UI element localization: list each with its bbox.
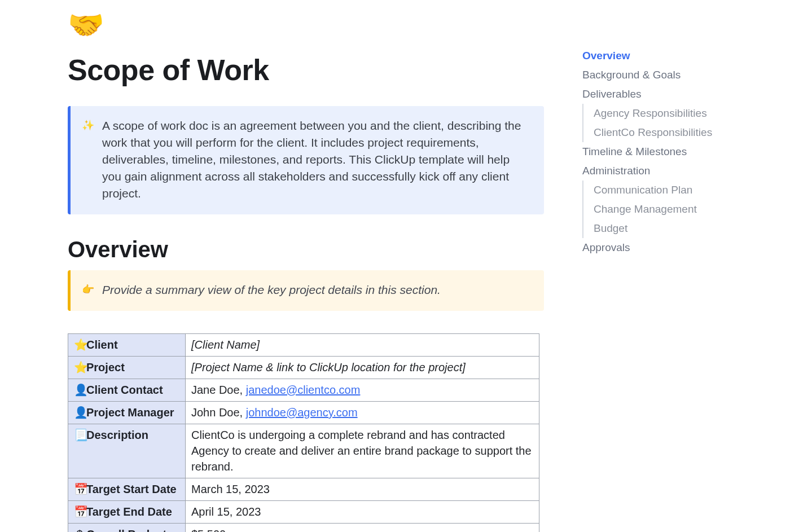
sparkles-icon: ✨ <box>82 117 94 202</box>
meta-value-cell[interactable]: $5,500 <box>186 524 539 533</box>
row-icon: 👤 <box>74 382 85 398</box>
outline-sidebar: OverviewBackground & GoalsDeliverablesAg… <box>576 0 767 532</box>
intro-callout[interactable]: ✨ A scope of work doc is an agreement be… <box>68 106 544 214</box>
email-link[interactable]: johndoe@agency.com <box>246 406 358 419</box>
meta-label-cell: 👤Client Contact <box>68 379 186 402</box>
outline-item[interactable]: Administration <box>582 161 754 181</box>
outline-item[interactable]: Agency Responsibilities <box>582 104 754 123</box>
meta-value-cell[interactable]: [Client Name] <box>186 334 539 357</box>
table-row[interactable]: 👤Client ContactJane Doe, janedoe@clientc… <box>68 379 539 402</box>
outline-item[interactable]: Overview <box>582 46 754 65</box>
overview-hint-callout[interactable]: 👉 Provide a summary view of the key proj… <box>68 270 544 311</box>
point-right-icon: 👉 <box>82 282 94 298</box>
row-icon: $ <box>74 526 85 532</box>
meta-label-cell: 📅Target Start Date <box>68 478 186 501</box>
outline-item[interactable]: Budget <box>582 219 754 238</box>
table-row[interactable]: $Overall Budget$5,500 <box>68 524 539 533</box>
meta-label-cell: 📅Target End Date <box>68 501 186 524</box>
outline-item[interactable]: Timeline & Milestones <box>582 142 754 161</box>
meta-label-cell: ⭐Project <box>68 357 186 379</box>
row-icon: ⭐ <box>74 359 85 375</box>
row-icon: 📅 <box>74 504 85 520</box>
intro-callout-text: A scope of work doc is an agreement betw… <box>102 117 530 202</box>
table-row[interactable]: ⭐Client[Client Name] <box>68 334 539 357</box>
meta-value-cell[interactable]: March 15, 2023 <box>186 478 539 501</box>
overview-meta-tbody: ⭐Client[Client Name]⭐Project[Project Nam… <box>68 334 539 533</box>
table-row[interactable]: 👤Project ManagerJohn Doe, johndoe@agency… <box>68 402 539 424</box>
outline-item[interactable]: Change Management <box>582 200 754 219</box>
outline-item[interactable]: Communication Plan <box>582 181 754 200</box>
outline-item[interactable]: Background & Goals <box>582 65 754 85</box>
row-icon: 📅 <box>74 481 85 497</box>
outline-item[interactable]: Approvals <box>582 238 754 257</box>
page-title[interactable]: Scope of Work <box>68 53 544 87</box>
overview-meta-table[interactable]: ⭐Client[Client Name]⭐Project[Project Nam… <box>68 333 539 532</box>
document-emoji-icon[interactable]: 🤝 <box>68 10 544 39</box>
page-root: 🤝 Scope of Work ✨ A scope of work doc is… <box>0 0 790 532</box>
outline-item[interactable]: Deliverables <box>582 85 754 104</box>
email-link[interactable]: janedoe@clientco.com <box>246 384 361 396</box>
row-icon: 📃 <box>74 427 85 443</box>
overview-heading[interactable]: Overview <box>68 237 544 262</box>
meta-value-cell[interactable]: ClientCo is undergoing a complete rebran… <box>186 424 539 478</box>
meta-value-cell[interactable]: Jane Doe, janedoe@clientco.com <box>186 379 539 402</box>
overview-hint-text: Provide a summary view of the key projec… <box>102 282 441 298</box>
meta-value-cell[interactable]: April 15, 2023 <box>186 501 539 524</box>
meta-value-cell[interactable]: [Project Name & link to ClickUp location… <box>186 357 539 379</box>
table-row[interactable]: 📅Target Start DateMarch 15, 2023 <box>68 478 539 501</box>
table-row[interactable]: 📅Target End DateApril 15, 2023 <box>68 501 539 524</box>
meta-label-cell: ⭐Client <box>68 334 186 357</box>
meta-value-cell[interactable]: John Doe, johndoe@agency.com <box>186 402 539 424</box>
table-row[interactable]: ⭐Project[Project Name & link to ClickUp … <box>68 357 539 379</box>
document-content: 🤝 Scope of Work ✨ A scope of work doc is… <box>0 0 576 532</box>
meta-label-cell: $Overall Budget <box>68 524 186 533</box>
meta-label-cell: 👤Project Manager <box>68 402 186 424</box>
meta-label-cell: 📃Description <box>68 424 186 478</box>
row-icon: ⭐ <box>74 337 85 353</box>
table-row[interactable]: 📃DescriptionClientCo is undergoing a com… <box>68 424 539 478</box>
row-icon: 👤 <box>74 405 85 420</box>
outline-item[interactable]: ClientCo Responsibilities <box>582 123 754 142</box>
